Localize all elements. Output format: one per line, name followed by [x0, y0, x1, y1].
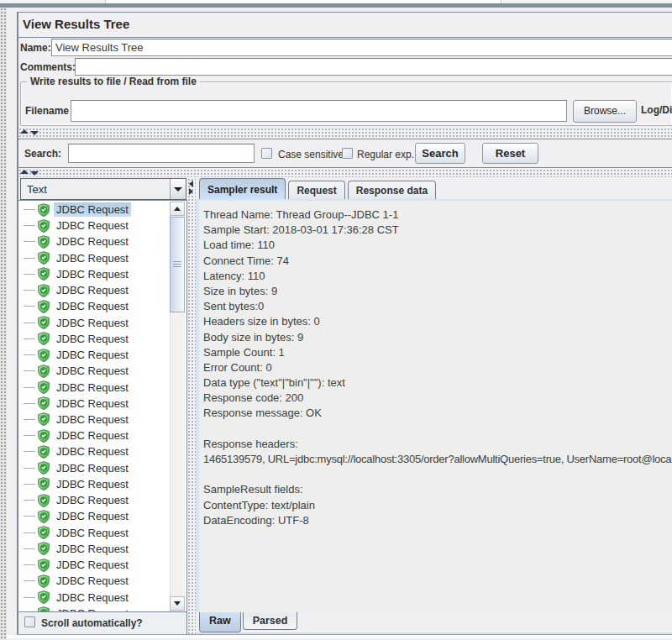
tree-item[interactable]: JDBC Request [18, 218, 131, 233]
filename-input[interactable] [71, 100, 567, 122]
tree-item[interactable]: JDBC Request [18, 541, 131, 557]
tree-item[interactable]: JDBC Request [18, 282, 131, 298]
success-shield-icon [37, 284, 50, 297]
horizontal-splitter-2[interactable] [18, 169, 672, 177]
tree-connector-line [24, 354, 35, 355]
tree-connector-line [24, 225, 35, 226]
tree-item[interactable]: JDBC Request [18, 298, 131, 314]
result-line: Response message: OK [203, 407, 672, 422]
success-shield-icon [37, 203, 50, 217]
tree-item[interactable]: JDBC Request [18, 525, 131, 541]
tree-scrollbar-up-button[interactable] [170, 202, 185, 216]
tree-item[interactable]: JDBC Request [18, 250, 131, 266]
tab-request[interactable]: Request [288, 181, 344, 199]
tree-item-label: JDBC Request [54, 267, 131, 281]
tree-item[interactable]: JDBC Request [18, 492, 131, 508]
case-sensitive-checkbox[interactable] [261, 148, 272, 159]
result-line: Thread Name: Thread Group--JDBC 1-1 [203, 208, 672, 223]
result-line: Error Count: 0 [203, 361, 672, 376]
tree-connector-line [24, 387, 35, 388]
tree-item[interactable]: JDBC Request [18, 396, 131, 412]
success-shield-icon [37, 494, 50, 507]
result-line: SampleResult fields: [203, 483, 672, 498]
tree-item-label: JDBC Request [54, 218, 131, 233]
renderer-dropdown[interactable]: Text [20, 178, 186, 200]
tree-item-label: JDBC Request [54, 574, 131, 588]
tab-sampler-result[interactable]: Sampler result [199, 178, 286, 199]
vertical-splitter[interactable] [187, 178, 196, 634]
tree-item[interactable]: JDBC Request [18, 331, 131, 347]
scroll-automatically-checkbox[interactable] [24, 616, 35, 627]
tree-scrollbar-down-button[interactable] [170, 596, 185, 611]
regular-exp-checkbox[interactable] [342, 148, 353, 159]
tree-connector-line [24, 580, 35, 581]
tree-connector-line [24, 548, 35, 549]
tree-item[interactable]: JDBC Request [18, 557, 131, 573]
tree-connector-line [24, 274, 35, 275]
tree-item[interactable]: JDBC Request [18, 443, 131, 459]
tree-item[interactable]: JDBC Request [18, 460, 131, 476]
tree-item[interactable]: JDBC Request [18, 266, 131, 282]
tree-item-label: JDBC Request [54, 251, 131, 265]
write-results-group-title: Write results to file / Read from file [27, 76, 200, 87]
regular-exp-label: Regular exp. [357, 149, 414, 160]
tree-item-label: JDBC Request [54, 477, 131, 491]
browse-button[interactable]: Browse... [573, 100, 637, 123]
result-line: Sent bytes:0 [203, 300, 672, 315]
splitter2-collapse-up-icon[interactable] [20, 170, 29, 174]
splitter-collapse-down-icon[interactable] [30, 131, 39, 135]
tree-item[interactable]: JDBC Request [18, 315, 131, 331]
filename-label: Filename [25, 105, 69, 117]
tree-item[interactable]: JDBC Request [18, 590, 131, 606]
result-line: Data type ("text"|"bin"|""): text [203, 376, 672, 391]
result-line: ContentType: text/plain [203, 499, 672, 514]
arrow-up-icon [174, 207, 181, 211]
tree-item[interactable]: JDBC Request [18, 202, 131, 218]
reset-button[interactable]: Reset [482, 143, 538, 164]
left-splitter-strip[interactable] [0, 8, 7, 640]
tree-connector-line [24, 323, 35, 323]
result-line: Sample Count: 1 [203, 346, 672, 361]
tree-item[interactable]: JDBC Request [18, 606, 131, 612]
tab-raw[interactable]: Raw [199, 612, 241, 632]
chevron-down-icon [174, 187, 182, 191]
splitter-collapse-up-icon[interactable] [20, 129, 29, 134]
splitter-collapse-left-icon[interactable] [189, 181, 193, 187]
result-line: Load time: 110 [203, 239, 672, 254]
view-results-tree-screen: View Results Tree Name: View Results Tre… [0, 0, 672, 640]
tree-item[interactable]: JDBC Request [18, 412, 131, 428]
tree-item[interactable]: JDBC Request [18, 476, 131, 492]
search-button[interactable]: Search [415, 143, 465, 164]
success-shield-icon [37, 445, 50, 459]
search-input[interactable] [68, 144, 255, 163]
tree-scrollbar-thumb[interactable] [170, 217, 185, 312]
result-line: DataEncoding: UTF-8 [203, 514, 672, 529]
tree-item-label: JDBC Request [54, 412, 131, 427]
tree-item[interactable]: JDBC Request [18, 573, 131, 589]
tab-parsed[interactable]: Parsed [243, 612, 298, 630]
tree-item[interactable]: JDBC Request [18, 508, 131, 524]
tree-connector-line [24, 597, 35, 598]
tree-item[interactable]: JDBC Request [18, 428, 131, 443]
tree-item[interactable]: JDBC Request [18, 233, 131, 249]
render-tab-bar: RawParsed [199, 612, 299, 632]
result-line: Response code: 200 [203, 391, 672, 407]
tree-item[interactable]: JDBC Request [18, 380, 131, 396]
splitter2-collapse-down-icon[interactable] [30, 171, 39, 176]
name-input[interactable]: View Results Tree [51, 39, 672, 56]
tab-response-data[interactable]: Response data [348, 181, 436, 199]
tree-item-label: JDBC Request [54, 428, 131, 443]
tree-item-label: JDBC Request [54, 234, 131, 249]
tree-connector-line [24, 258, 35, 259]
tree-item-label: JDBC Request [54, 283, 131, 297]
success-shield-icon [37, 510, 50, 523]
horizontal-splitter-1[interactable] [18, 128, 672, 137]
splitter-collapse-right-icon[interactable] [189, 188, 193, 195]
success-shield-icon [37, 429, 50, 443]
comments-input[interactable] [75, 58, 672, 76]
tree-connector-line [24, 403, 35, 404]
tree-item[interactable]: JDBC Request [18, 347, 131, 363]
tree-item[interactable]: JDBC Request [18, 363, 131, 379]
top-divider-bar [0, 3, 672, 8]
renderer-dropdown-button[interactable] [170, 179, 186, 199]
